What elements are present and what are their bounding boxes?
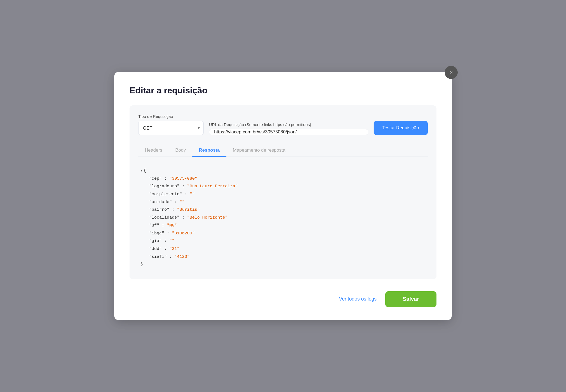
response-line: "unidade" : ""	[149, 198, 428, 206]
tab-mapeamento[interactable]: Mapeamento de resposta	[226, 145, 292, 157]
collapse-icon: ▾	[140, 169, 142, 173]
request-type-label: Tipo de Requisição	[138, 114, 204, 119]
response-brace-close: }	[140, 261, 428, 268]
test-request-button[interactable]: Testar Requisição	[374, 121, 428, 135]
response-line: "logradouro" : "Rua Lauro Ferreira"	[149, 182, 428, 190]
tabs-bar: Headers Body Resposta Mapeamento de resp…	[138, 145, 428, 157]
response-line: "ddd" : "31"	[149, 245, 428, 253]
modal-dialog: × Editar a requisição Tipo de Requisição…	[114, 72, 452, 320]
tab-headers[interactable]: Headers	[138, 145, 169, 157]
request-type-field: Tipo de Requisição GET POST PUT DELETE P…	[138, 114, 204, 135]
modal-overlay: × Editar a requisição Tipo de Requisição…	[0, 0, 566, 392]
response-line: "localidade" : "Belo Horizonte"	[149, 214, 428, 222]
response-line: "uf" : "MG"	[149, 222, 428, 229]
request-type-select-wrapper: GET POST PUT DELETE PATCH ▾	[138, 121, 204, 135]
url-field: URL da Requisição (Somente links https s…	[209, 122, 368, 135]
tab-resposta[interactable]: Resposta	[192, 145, 226, 157]
close-icon: ×	[450, 69, 453, 76]
modal-title: Editar a requisição	[130, 85, 436, 96]
close-button[interactable]: ×	[445, 66, 458, 79]
tab-body[interactable]: Body	[169, 145, 192, 157]
url-input[interactable]	[209, 129, 368, 135]
response-line: "cep" : "30575-080"	[149, 175, 428, 183]
response-viewer: ▾{ "cep" : "30575-080""logradouro" : "Ru…	[138, 165, 428, 271]
url-label: URL da Requisição (Somente links https s…	[209, 122, 368, 127]
request-type-select[interactable]: GET POST PUT DELETE PATCH	[138, 121, 204, 135]
response-line: "ibge" : "3106200"	[149, 229, 428, 237]
response-brace-open: ▾{	[140, 167, 428, 175]
modal-footer: Ver todos os logs Salvar	[130, 289, 436, 307]
response-line: "siafi" : "4123"	[149, 253, 428, 261]
view-logs-button[interactable]: Ver todos os logs	[339, 296, 377, 302]
response-line: "gia" : ""	[149, 237, 428, 245]
save-button[interactable]: Salvar	[385, 291, 436, 307]
form-card: Tipo de Requisição GET POST PUT DELETE P…	[130, 105, 436, 279]
response-line: "complemento" : ""	[149, 190, 428, 198]
response-line: "bairro" : "Buritis"	[149, 206, 428, 214]
form-row: Tipo de Requisição GET POST PUT DELETE P…	[138, 114, 428, 135]
